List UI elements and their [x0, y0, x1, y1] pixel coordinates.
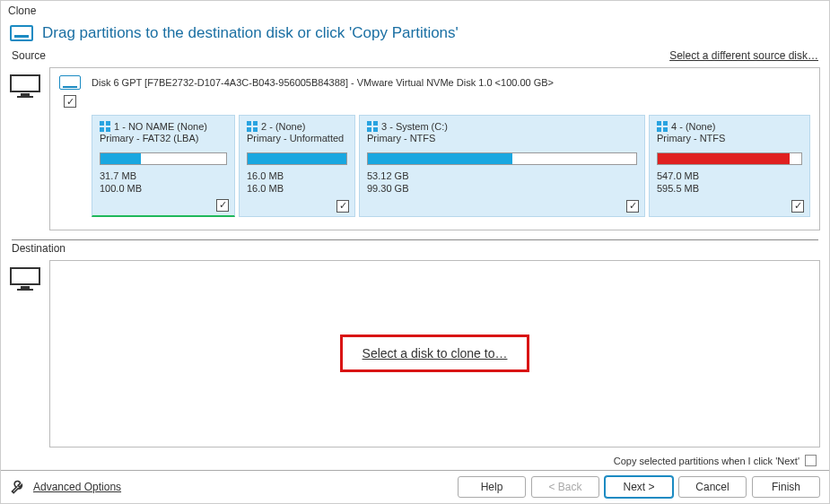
partition-usage-bar — [100, 152, 227, 165]
instruction-row: Drag partitions to the destination disk … — [1, 21, 829, 49]
destination-label-row: Destination — [1, 242, 829, 256]
monitor-icon — [10, 267, 40, 292]
partition-checkbox[interactable]: ✓ — [791, 200, 804, 213]
partition-1[interactable]: 1 - NO NAME (None) Primary - FAT32 (LBA)… — [92, 115, 235, 217]
partition-3[interactable]: 3 - System (C:) Primary - NTFS 53.12 GB … — [359, 115, 645, 217]
source-area: Disk 6 GPT [F7BE2732-D107-4A3C-B043-9560… — [1, 64, 829, 234]
partition-type: Primary - Unformatted — [247, 133, 347, 143]
footer-bar: Advanced Options Help < Back Next > Canc… — [1, 470, 829, 503]
partition-title: 4 - (None) — [671, 121, 716, 132]
cancel-button[interactable]: Cancel — [678, 476, 747, 498]
select-destination-label: Select a disk to clone to… — [363, 346, 508, 361]
partition-sizes: 31.7 MB 100.0 MB — [100, 170, 227, 196]
windows-icon — [367, 121, 378, 132]
windows-icon — [100, 121, 110, 132]
partition-title: 1 - NO NAME (None) — [114, 121, 207, 132]
source-label: Source — [12, 49, 46, 62]
partition-usage-bar — [657, 152, 802, 165]
instruction-text: Drag partitions to the destination disk … — [42, 24, 459, 42]
wrench-icon — [10, 478, 28, 496]
destination-label: Destination — [12, 242, 66, 255]
partition-sizes: 16.0 MB 16.0 MB — [247, 170, 347, 196]
source-disk-checkbox[interactable]: ✓ — [64, 95, 76, 108]
next-button[interactable]: Next > — [605, 476, 673, 498]
advanced-options-link[interactable]: Advanced Options — [33, 481, 121, 493]
source-panel: Disk 6 GPT [F7BE2732-D107-4A3C-B043-9560… — [49, 67, 820, 230]
monitor-icon — [10, 74, 40, 100]
back-button: < Back — [531, 476, 599, 498]
partition-sizes: 53.12 GB 99.30 GB — [367, 170, 637, 196]
partition-title: 3 - System (C:) — [381, 121, 448, 132]
help-button[interactable]: Help — [458, 476, 526, 498]
finish-button[interactable]: Finish — [752, 476, 820, 498]
copy-option-label: Copy selected partitions when I click 'N… — [614, 456, 799, 466]
select-different-source-link[interactable]: Select a different source disk… — [669, 49, 818, 62]
partitions-strip: 1 - NO NAME (None) Primary - FAT32 (LBA)… — [92, 115, 810, 217]
copy-option-row: Copy selected partitions when I click 'N… — [1, 451, 829, 470]
source-disk-row: Disk 6 GPT [F7BE2732-D107-4A3C-B043-9560… — [59, 75, 810, 90]
disk-small-icon — [59, 75, 81, 90]
partition-usage-bar — [247, 152, 347, 165]
disk-icon — [10, 25, 33, 41]
partition-checkbox[interactable]: ✓ — [216, 199, 229, 212]
source-disk-title: Disk 6 GPT [F7BE2732-D107-4A3C-B043-9560… — [92, 77, 554, 88]
partition-type: Primary - NTFS — [367, 133, 637, 143]
separator — [12, 239, 818, 240]
copy-option-checkbox[interactable] — [805, 455, 817, 466]
select-destination-button[interactable]: Select a disk to clone to… — [340, 335, 530, 372]
partition-4[interactable]: 4 - (None) Primary - NTFS 547.0 MB 595.5… — [649, 115, 810, 217]
source-label-row: Source Select a different source disk… — [1, 49, 829, 64]
destination-panel: Select a disk to clone to… — [49, 260, 820, 448]
destination-area: Select a disk to clone to… — [1, 256, 829, 452]
partition-checkbox[interactable]: ✓ — [626, 200, 639, 213]
window-title: Clone — [1, 1, 829, 21]
windows-icon — [247, 121, 258, 132]
windows-icon — [657, 121, 668, 132]
partition-type: Primary - NTFS — [657, 133, 802, 143]
partition-usage-bar — [367, 152, 637, 165]
partition-title: 2 - (None) — [261, 121, 306, 132]
partition-2[interactable]: 2 - (None) Primary - Unformatted 16.0 MB… — [239, 115, 355, 217]
partition-checkbox[interactable]: ✓ — [336, 200, 349, 213]
partition-sizes: 547.0 MB 595.5 MB — [657, 170, 802, 196]
partition-type: Primary - FAT32 (LBA) — [100, 133, 227, 143]
